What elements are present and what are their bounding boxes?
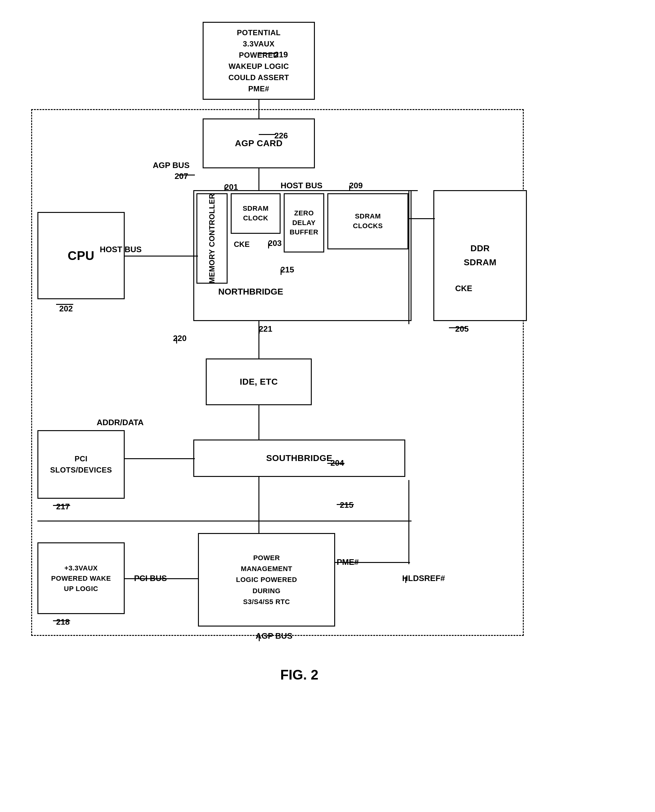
label-221: 217 <box>56 502 69 511</box>
tick-204 <box>449 327 466 328</box>
line-bottom-h <box>37 520 412 522</box>
tick-226 <box>259 134 276 135</box>
ide-etc-box: IDE, ETC <box>206 358 312 405</box>
label-206: 221 <box>259 324 272 334</box>
diagram: POTENTIAL3.3VAUXPOWEREDWAKEUP LOGICCOULD… <box>19 12 636 786</box>
tick-215 <box>337 504 354 505</box>
line-north-to-south-v <box>258 321 259 358</box>
figure-caption: FIG. 2 <box>237 667 361 683</box>
label-211: 203 <box>268 238 281 248</box>
label-209: 209 <box>349 181 363 190</box>
line-wakeup-to-agp <box>258 100 259 118</box>
tick-219 <box>259 53 276 54</box>
line-hostbus <box>125 256 198 256</box>
memory-controller-label: MEMORY CONTROLLER <box>208 193 216 284</box>
sdram-clock-box: SDRAMCLOCK <box>231 193 281 234</box>
sdram-clocks-box: SDRAMCLOCKS <box>328 193 408 249</box>
line-hldsref-v <box>408 480 409 564</box>
label-hostbus: HOST BUS <box>100 245 141 254</box>
label-pcibus: ADDR/DATA <box>97 418 144 427</box>
label-226: 226 <box>274 131 288 141</box>
line-hldsref <box>335 562 410 563</box>
tick-203 <box>328 463 344 464</box>
line-agpbus-v <box>258 168 259 192</box>
line-pcibus <box>125 458 195 459</box>
agp-card-box: AGP CARD <box>203 118 315 168</box>
label-204: 205 <box>455 324 469 334</box>
line-sdram-to-ddr <box>408 218 435 219</box>
line-ide-to-south <box>258 405 259 439</box>
southbridge-box: SOUTHBRIDGE <box>193 439 405 477</box>
label-addrdata: HOST BUS <box>281 181 322 190</box>
label-215: 215 <box>340 500 353 510</box>
memory-controller-box: MEMORY CONTROLLER <box>197 193 228 284</box>
power-mgmt-box: POWERMANAGEMENTLOGIC POWEREDDURINGS3/S4/… <box>198 533 335 626</box>
label-207: 207 <box>175 172 188 181</box>
potential-wakeup-box: POTENTIAL3.3VAUXPOWEREDWAKEUP LOGICCOULD… <box>203 22 315 100</box>
tick-205 <box>176 337 177 344</box>
tick-217 <box>259 635 260 641</box>
label-agp-bus: AGP BUS <box>153 161 189 170</box>
wakeup-logic-box: +3.3VAUXPOWERED WAKEUP LOGIC <box>37 542 125 614</box>
tick-218 <box>405 577 406 583</box>
label-cke1: CKE <box>234 240 250 249</box>
label-205: 220 <box>173 333 186 343</box>
pci-slots-box: PCISLOTS/DEVICES <box>37 430 125 499</box>
tick-211 <box>268 242 269 249</box>
tick-221 <box>53 505 70 506</box>
label-northbridge: NORTHBRIDGE <box>218 287 283 297</box>
label-217: AGP BUS <box>256 631 292 641</box>
label-219: 219 <box>274 50 288 60</box>
line-south-down <box>258 477 259 534</box>
label-220: 218 <box>56 617 69 627</box>
tick-220 <box>53 620 70 621</box>
line-northbridge-right-v <box>408 190 409 324</box>
label-213: 215 <box>281 265 294 275</box>
tick-213 <box>281 269 281 275</box>
cpu-box: CPU <box>37 212 125 299</box>
tick-202 <box>56 304 73 305</box>
ddr-sdram-box: DDRSDRAM <box>434 190 527 321</box>
line-pme <box>125 578 198 579</box>
tick-207 <box>178 175 195 175</box>
label-202: 202 <box>59 304 73 313</box>
zero-delay-buffer-box: ZERODELAYBUFFER <box>284 193 324 252</box>
label-218: HLDSREF# <box>402 574 445 583</box>
label-cke2: CKE <box>455 284 472 293</box>
